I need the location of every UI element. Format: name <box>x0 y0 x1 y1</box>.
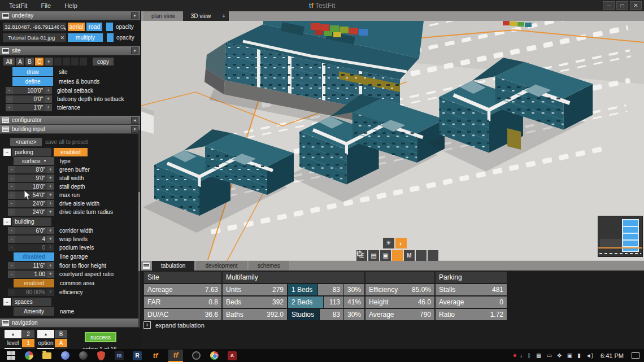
define-button[interactable]: define <box>12 77 53 86</box>
coordinates-input[interactable]: 32.810487, -96.791146 <box>3 23 66 31</box>
collapse-minus-icon[interactable]: − <box>3 218 11 225</box>
increment-button[interactable]: + <box>47 183 54 190</box>
file-explorer-icon[interactable] <box>42 351 52 361</box>
list-circle-icon[interactable]: ▣ <box>380 250 391 261</box>
site-tab-a[interactable]: A <box>16 58 24 66</box>
level-up-button[interactable]: ▲ <box>5 330 21 338</box>
expand-tabulation-button[interactable]: + expand tabulation <box>143 321 204 329</box>
value-field[interactable]: 0 <box>15 244 47 251</box>
lens-app-icon[interactable] <box>191 351 201 361</box>
collapse-arrow-icon[interactable]: ▾ <box>131 12 138 19</box>
parking-enabled-toggle[interactable]: enabled <box>54 148 88 156</box>
decrement-button[interactable]: - <box>8 244 15 251</box>
decrement-button[interactable]: - <box>8 227 15 234</box>
option-up-button[interactable]: ▲ <box>37 330 54 338</box>
configurator-panel-header[interactable]: configurator ◂ <box>0 116 140 125</box>
value-field[interactable]: 8'0" <box>15 166 47 173</box>
option-current[interactable]: A <box>55 339 67 347</box>
value-field[interactable]: 11'6" <box>15 262 47 269</box>
site-tab-c[interactable]: C <box>35 58 43 66</box>
value-field[interactable]: 18'0" <box>15 183 47 190</box>
start-button[interactable] <box>6 351 16 361</box>
list-square-icon[interactable]: ▤ <box>368 250 379 261</box>
level-current[interactable]: 1 <box>22 339 34 347</box>
increment-button[interactable]: + <box>47 200 54 207</box>
measure-button[interactable]: M <box>404 250 415 261</box>
tab-tabulation[interactable]: tabulation <box>152 261 194 271</box>
collapse-arrow-icon[interactable]: ▾ <box>131 126 138 133</box>
battery-icon[interactable]: ▮ <box>577 352 581 359</box>
decrement-button[interactable]: - <box>8 262 15 269</box>
tab-development[interactable]: development <box>196 261 246 271</box>
save-preset-button[interactable]: save all to preset <box>45 139 88 145</box>
expand-icon[interactable] <box>428 250 438 261</box>
increment-button[interactable]: + <box>45 104 52 111</box>
increment-button[interactable]: + <box>47 289 54 296</box>
decrement-button[interactable]: - <box>6 87 13 94</box>
increment-button[interactable]: + <box>47 227 54 234</box>
testfit-icon[interactable]: tf <box>150 351 160 361</box>
decrement-button[interactable]: - <box>8 289 15 296</box>
tab-add-view[interactable]: + <box>219 11 229 21</box>
decrement-button[interactable]: - <box>6 104 13 111</box>
testfit-active-icon[interactable]: tf <box>168 350 183 362</box>
increment-button[interactable]: + <box>47 191 54 199</box>
value-field[interactable]: 0'0" <box>13 95 45 103</box>
display-icon[interactable]: ▭ <box>546 352 551 359</box>
value-field[interactable]: 9'0" <box>15 175 47 182</box>
search-icon[interactable] <box>60 25 64 29</box>
collapse-minus-icon[interactable]: − <box>3 149 11 156</box>
site-tab-add[interactable]: + <box>45 58 53 66</box>
decrement-button[interactable]: - <box>8 271 15 278</box>
minimize-button[interactable]: – <box>603 1 615 10</box>
value-field[interactable]: 4 <box>15 235 47 243</box>
value-field[interactable]: 1'0" <box>13 104 45 111</box>
decrement-button[interactable]: - <box>8 183 15 190</box>
increment-button[interactable]: + <box>47 235 54 243</box>
menu-file[interactable]: File <box>35 1 56 10</box>
chrome-icon[interactable] <box>209 351 219 361</box>
dropbox-icon[interactable]: ❖ <box>557 352 562 359</box>
site-tab-b[interactable]: B <box>25 58 34 66</box>
color-app-icon[interactable] <box>24 351 34 361</box>
network-icon[interactable]: ▣ <box>567 352 572 359</box>
notification-center-icon[interactable] <box>632 352 639 359</box>
value-field[interactable]: 1.00 <box>15 271 47 278</box>
space-name-field[interactable]: Amenity <box>14 307 54 316</box>
aerial-opacity-slider[interactable] <box>106 23 113 31</box>
decrement-button[interactable]: - <box>6 95 13 103</box>
road-button[interactable]: road <box>86 23 102 31</box>
navigation-panel-header[interactable]: navigation <box>0 319 140 328</box>
collapse-minus-icon[interactable]: − <box>3 298 11 306</box>
cube-icon[interactable] <box>392 250 403 261</box>
download-icon[interactable]: ↓ <box>520 352 523 359</box>
decrement-button[interactable]: - <box>8 166 15 173</box>
value-field[interactable]: 54'0" <box>15 191 47 199</box>
decrement-button[interactable]: - <box>8 175 15 182</box>
increment-button[interactable]: + <box>45 95 52 103</box>
sphere-app-icon[interactable] <box>78 351 88 361</box>
bluetooth-icon[interactable]: ᛒ <box>528 352 531 359</box>
increment-button[interactable]: + <box>45 87 52 94</box>
site-panel-header[interactable]: site ▾ <box>0 46 140 55</box>
remove-file-icon[interactable]: ✕ <box>60 35 64 41</box>
multiply-button[interactable]: multiply <box>68 33 103 42</box>
copy-button[interactable]: copy <box>93 58 114 66</box>
tab-schemes[interactable]: schemes <box>249 261 289 271</box>
common-area-toggle[interactable]: enabled <box>14 279 54 287</box>
image-opacity-slider[interactable] <box>107 33 114 42</box>
shield-app-icon[interactable] <box>96 351 106 361</box>
grid-icon[interactable]: ▦ <box>536 352 541 359</box>
parking-type-dropdown[interactable]: surface▾ <box>14 157 54 165</box>
decrement-button[interactable]: - <box>8 208 15 216</box>
clock[interactable]: 6:41 PM <box>601 352 624 359</box>
maximize-button[interactable]: □ <box>616 1 628 10</box>
tab-3d-view[interactable]: 3D view <box>183 11 219 21</box>
3d-scene[interactable]: ☀ ◐ ☰ ▤ ▣ M <box>141 21 644 261</box>
aerial-button[interactable]: aerial <box>68 23 85 31</box>
contrast-icon[interactable]: ◐ <box>395 238 407 248</box>
draw-button[interactable]: draw <box>12 67 53 76</box>
decrement-button[interactable]: - <box>8 191 15 199</box>
increment-button[interactable]: + <box>47 262 54 269</box>
value-field[interactable]: 24'0" <box>15 200 47 207</box>
